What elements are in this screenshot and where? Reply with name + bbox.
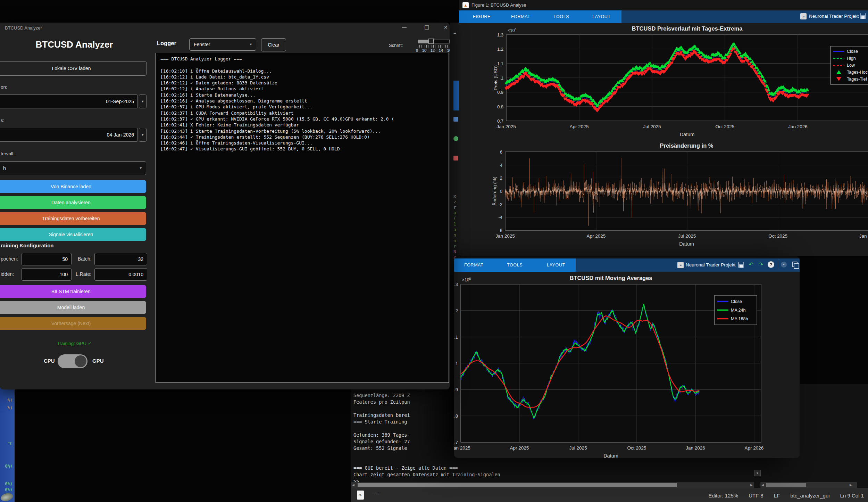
tab-layout[interactable]: LAYOUT [547, 259, 565, 271]
console-hscrollbar[interactable]: ◀ ▶ [351, 482, 754, 488]
svg-text:1.3: 1.3 [497, 32, 503, 38]
scroll-right-arrow[interactable]: ▶ [750, 483, 753, 487]
logger-output-box[interactable]: === BTCUSD Analyzer Logger === [16:02:10… [156, 53, 449, 383]
scroll-right-arrow[interactable]: ▶ [850, 483, 852, 487]
to-label: s: [1, 118, 5, 123]
save-icon[interactable] [738, 262, 744, 268]
to-date-field[interactable] [0, 128, 138, 142]
tab-layout[interactable]: LAYOUT [592, 10, 611, 23]
scroll-left-arrow[interactable]: ◀ [352, 483, 354, 487]
minimize-button[interactable]: — [402, 25, 407, 30]
tab-format[interactable]: FORMAT [464, 259, 483, 271]
scroll-left-arrow[interactable]: ◀ [761, 483, 764, 487]
interval-label: tervall: [1, 151, 15, 156]
cpu-label: CPU [44, 358, 55, 364]
tab-tools[interactable]: TOOLS [553, 10, 569, 23]
interval-value: h [3, 165, 6, 171]
interval-select[interactable]: h ▼ [0, 161, 146, 175]
tab-format[interactable]: FORMAT [511, 10, 530, 23]
load-model-button[interactable]: Modell laden [0, 301, 146, 314]
toggle-knob [75, 355, 86, 367]
svg-text:×105: ×105 [462, 277, 471, 282]
scroll-thumb[interactable] [358, 483, 677, 487]
code-fragment: = [453, 30, 456, 35]
run-icon[interactable] [453, 136, 458, 141]
logger-label: Logger [157, 40, 176, 47]
load-csv-button[interactable]: Lokale CSV laden [0, 61, 147, 76]
svg-text:BTCUSD mit Moving Averages: BTCUSD mit Moving Averages [569, 275, 652, 281]
tab-tools[interactable]: TOOLS [507, 259, 523, 271]
svg-text:Jan 2025: Jan 2025 [454, 445, 470, 451]
prepare-training-button[interactable]: Trainingsdaten vorbereiten [0, 212, 146, 225]
to-date-dropdown[interactable]: ▼ [139, 128, 147, 142]
maximize-button[interactable]: ☐ [424, 24, 429, 31]
code-fragment: n [453, 238, 456, 243]
svg-text:1: 1 [501, 75, 503, 81]
project-label: Neuronal Trader Projekt [686, 262, 735, 268]
code-fragment: 1 [453, 221, 456, 227]
logger-clear-button[interactable]: Clear [261, 38, 286, 51]
help-icon[interactable]: ? [768, 261, 774, 268]
project-label: Neuronal Trader Projekt [809, 14, 859, 19]
chart1-axes: 1.31.21.110.90.80.7Jan 2025Apr 2025Jul 2… [493, 25, 868, 137]
toolbar-separator [778, 261, 778, 269]
chart3-legend: CloseMA 24hMA 168h [715, 295, 757, 325]
breakpoint-icon[interactable] [453, 156, 458, 161]
svg-text:6: 6 [500, 149, 502, 155]
close-button[interactable]: ✕ [444, 25, 448, 30]
document-icon[interactable]: » [357, 491, 364, 500]
status-item: LF [774, 493, 780, 499]
chevron-down-icon: ▼ [249, 43, 252, 46]
font-size-label: Schrift: [389, 43, 403, 48]
figure1-title: Figure 1: BTCUSD Analyse [471, 2, 526, 8]
status-item: btc_analyzer_gui [790, 493, 829, 499]
analyze-button[interactable]: Daten analysieren [0, 196, 146, 209]
epochs-field[interactable] [22, 253, 72, 265]
svg-text:BTCUSD Preisverlauf mit Tages-: BTCUSD Preisverlauf mit Tages-Extrema [632, 25, 743, 32]
file-icon[interactable] [453, 117, 458, 122]
editor-hscrollbar[interactable]: ◀ ▶ [760, 482, 857, 488]
figure1-titlebar[interactable]: ▲ Figure 1: BTCUSD Analyse [459, 0, 868, 10]
font-size-slider[interactable] [418, 40, 450, 43]
svg-text:Apr 2026: Apr 2026 [745, 445, 764, 451]
copy-figure-icon[interactable] [792, 262, 798, 267]
hidden-field[interactable] [22, 268, 72, 281]
lrate-field[interactable] [94, 268, 147, 281]
from-date-field[interactable] [0, 94, 138, 108]
logger-target-select[interactable]: Fenster ▼ [189, 38, 256, 51]
chevron-down-icon: ▼ [139, 166, 142, 170]
from-date-dropdown[interactable]: ▼ [139, 94, 147, 108]
batch-field[interactable] [94, 253, 147, 265]
overflow-menu[interactable]: ... [374, 489, 380, 496]
slider-tick: 12 [431, 48, 435, 52]
redo-icon[interactable]: ↷ [758, 261, 763, 268]
load-binance-button[interactable]: Von Binance laden [0, 180, 146, 193]
svg-text:Oct 2025: Oct 2025 [768, 233, 787, 239]
sysmon-fragment: %) [8, 405, 12, 410]
svg-text:2: 2 [500, 175, 502, 181]
svg-text:Datum: Datum [603, 453, 618, 458]
scroll-thumb[interactable] [766, 483, 806, 487]
svg-text:Tages-Hoch: Tages-Hoch [847, 70, 868, 75]
console-scroll-down-button[interactable]: ▼ [754, 470, 761, 476]
svg-text:0.8: 0.8 [497, 104, 503, 109]
svg-text:1.2: 1.2 [497, 47, 503, 52]
code-fragment: x [453, 194, 456, 199]
cpu-gpu-toggle[interactable] [58, 354, 87, 368]
save-icon[interactable] [860, 13, 866, 19]
analyzer-window-title: BTCUSD Analyzer [5, 25, 42, 31]
svg-text:Datum: Datum [679, 241, 694, 247]
figure2-chart: .3.2.110.90.80.7Jan 2025Apr 2025Jul 2025… [454, 272, 800, 458]
slider-thumb[interactable] [428, 39, 434, 44]
visualize-signals-button[interactable]: Signale visualisieren [0, 228, 146, 241]
train-bilstm-button[interactable]: BILSTM trainieren [0, 285, 146, 298]
logger-text: === BTCUSD Analyzer Logger === [16:02:10… [160, 56, 449, 152]
undo-icon[interactable]: ↶ [749, 261, 753, 268]
chart1-legend: CloseHighLowTages-HochTages-Tief [831, 46, 868, 84]
dropdown-icon[interactable]: ▼ [781, 262, 787, 268]
code-fragment: n [453, 232, 456, 238]
svg-text:Jan 2026: Jan 2026 [686, 445, 705, 451]
predict-button[interactable]: Vorhersage (Next) [0, 317, 146, 330]
tab-figure[interactable]: FIGURE [473, 10, 491, 23]
svg-text:4: 4 [500, 163, 502, 168]
